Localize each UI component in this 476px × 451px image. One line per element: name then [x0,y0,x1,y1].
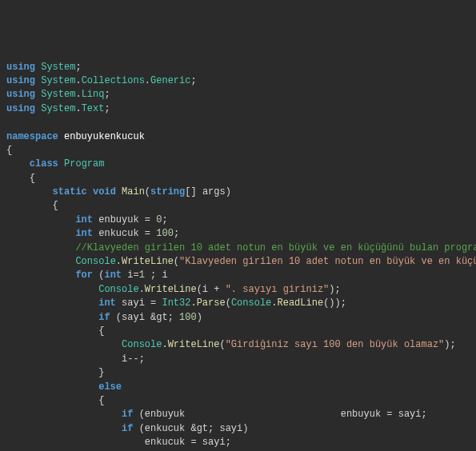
line-brace: { [6,394,470,408]
line-brace: { [6,144,470,158]
line-if-2: if (enbuyuk enbuyuk = sayi; [6,408,470,421]
line-comment: //Klavyeden girilen 10 adet notun en büy… [6,241,470,255]
line-class: class Program [6,158,470,171]
line-var-enkucuk: int enkucuk = 100; [6,227,470,241]
line-writeline-3: Console.WriteLine("Girdiğiniz sayı 100 d… [6,338,470,352]
line-writeline-1: Console.WriteLine("Klavyeden girilen 10 … [6,255,470,269]
line-using-2: using System.Collections.Generic; [6,74,470,88]
line-assign-2: enkucuk = sayi; [6,436,470,449]
line-using-1: using System; [6,61,470,74]
line-writeline-2: Console.WriteLine(i + ". sayıyı giriniz"… [6,283,470,297]
line-brace: } [6,366,470,380]
code-editor: using System;using System.Collections.Ge… [6,61,470,451]
line-decrement: i--; [6,353,470,366]
line-brace: { [6,172,470,186]
line-using-4: using System.Text; [6,102,470,116]
line-if-1: if (sayi &gt; 100) [6,311,470,325]
line-main: static void Main(string[] args) [6,186,470,199]
blank-line [6,116,470,130]
line-if-3: if (enkucuk &gt; sayi) [6,422,470,436]
line-brace: { [6,325,470,338]
line-brace: { [6,199,470,213]
line-var-enbuyuk: int enbuyuk = 0; [6,214,470,227]
line-var-sayi: int sayi = Int32.Parse(Console.ReadLine(… [6,297,470,310]
line-namespace: namespace enbuyukenkucuk [6,130,470,144]
line-using-3: using System.Linq; [6,88,470,102]
line-else: else [6,381,470,394]
line-for: for (int i=1 ; i [6,269,470,282]
